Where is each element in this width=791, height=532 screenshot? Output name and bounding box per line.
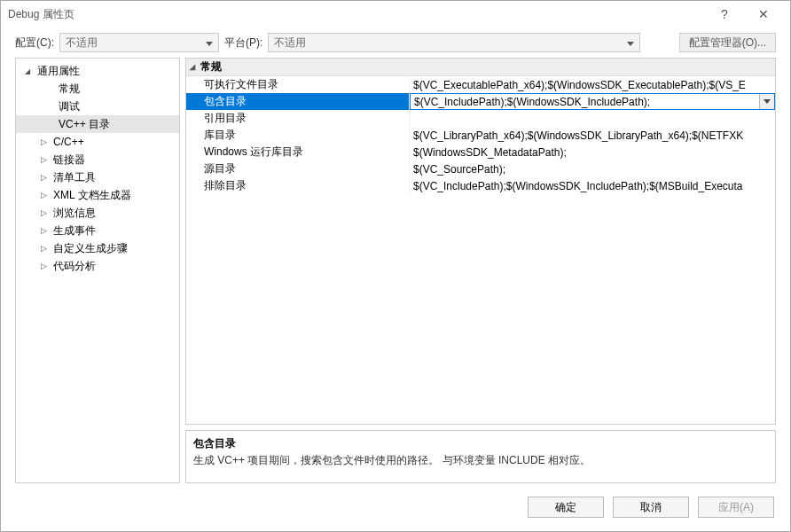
tree-item-label: XML 文档生成器	[53, 188, 131, 203]
tree-item-label: VC++ 目录	[59, 117, 110, 132]
tree-item-label: 常规	[59, 82, 80, 97]
nav-tree[interactable]: 通用属性 常规调试VC++ 目录C/C++链接器清单工具XML 文档生成器浏览信…	[15, 58, 180, 483]
ok-button[interactable]: 确定	[528, 497, 604, 518]
description-text: 生成 VC++ 项目期间，搜索包含文件时使用的路径。 与环境变量 INCLUDE…	[193, 453, 768, 468]
property-value-cell[interactable]: $(VC_LibraryPath_x64);$(WindowsSDK_Libra…	[410, 127, 775, 144]
property-label: 引用目录	[186, 110, 410, 127]
tree-item[interactable]: 浏览信息	[16, 204, 179, 222]
tree-item-label: 浏览信息	[53, 206, 96, 221]
description-title: 包含目录	[193, 436, 768, 451]
group-header-label: 常规	[200, 59, 222, 74]
tree-item-label: 生成事件	[53, 223, 96, 239]
tree-item[interactable]: 自定义生成步骤	[16, 239, 179, 257]
property-value-cell[interactable]: $(WindowsSDK_MetadataPath);	[410, 144, 775, 160]
property-value-text: $(WindowsSDK_MetadataPath);	[413, 146, 567, 159]
property-row[interactable]: 源目录$(VC_SourcePath);	[186, 160, 775, 177]
property-value[interactable]: $(VC_ExecutablePath_x64);$(WindowsSDK_Ex…	[410, 76, 775, 93]
tree-item-label: 链接器	[53, 153, 85, 168]
config-manager-button[interactable]: 配置管理器(O)...	[679, 33, 776, 52]
property-value[interactable]: $(VC_IncludePath);$(WindowsSDK_IncludePa…	[410, 93, 775, 110]
property-row[interactable]: 库目录$(VC_LibraryPath_x64);$(WindowsSDK_Li…	[186, 127, 775, 144]
property-row[interactable]: 包含目录$(VC_IncludePath);$(WindowsSDK_Inclu…	[186, 93, 775, 110]
config-label: 配置(C):	[15, 35, 54, 51]
group-header[interactable]: 常规	[186, 59, 775, 76]
tree-item[interactable]: VC++ 目录	[16, 115, 179, 133]
tree-item[interactable]: C/C++	[16, 133, 179, 151]
property-value[interactable]: $(VC_SourcePath);	[410, 160, 775, 177]
property-value-cell[interactable]	[410, 110, 775, 127]
tree-root[interactable]: 通用属性	[16, 62, 179, 80]
config-combo[interactable]: 不适用	[59, 33, 219, 52]
property-value-text: $(VC_IncludePath);$(WindowsSDK_IncludePa…	[414, 96, 650, 108]
property-row[interactable]: 排除目录$(VC_IncludePath);$(WindowsSDK_Inclu…	[186, 177, 775, 194]
property-value-text: $(VC_IncludePath);$(WindowsSDK_IncludePa…	[413, 180, 743, 192]
tree-item-label: 调试	[59, 99, 80, 114]
tree-item[interactable]: 链接器	[16, 151, 179, 168]
window-title: Debug 属性页	[8, 7, 705, 22]
grid-body: 可执行文件目录$(VC_ExecutablePath_x64);$(Window…	[186, 76, 775, 424]
tree-item-label: C/C++	[53, 136, 84, 148]
toolbar: 配置(C): 不适用 平台(P): 不适用 配置管理器(O)...	[1, 27, 790, 58]
property-value[interactable]	[410, 110, 775, 127]
tree-item-label: 代码分析	[53, 259, 96, 274]
property-grid: 常规 可执行文件目录$(VC_ExecutablePath_x64);$(Win…	[185, 58, 776, 425]
content-area: 通用属性 常规调试VC++ 目录C/C++链接器清单工具XML 文档生成器浏览信…	[1, 58, 790, 483]
tree-item[interactable]: 生成事件	[16, 222, 179, 239]
dropdown-button[interactable]	[759, 94, 774, 109]
titlebar: Debug 属性页 ? ✕	[1, 1, 790, 27]
platform-value: 不适用	[274, 35, 306, 51]
property-value-cell[interactable]: $(VC_IncludePath);$(WindowsSDK_IncludePa…	[410, 93, 775, 110]
property-label: 源目录	[186, 160, 410, 177]
tree-item[interactable]: XML 文档生成器	[16, 186, 179, 204]
tree-root-label: 通用属性	[37, 64, 80, 79]
close-button[interactable]: ✕	[744, 1, 783, 27]
cancel-button[interactable]: 取消	[613, 497, 689, 518]
property-value[interactable]: $(WindowsSDK_MetadataPath);	[410, 144, 775, 160]
property-value-cell[interactable]: $(VC_ExecutablePath_x64);$(WindowsSDK_Ex…	[410, 76, 775, 93]
property-label: 库目录	[186, 127, 410, 144]
property-value-text: $(VC_LibraryPath_x64);$(WindowsSDK_Libra…	[413, 129, 743, 142]
property-row[interactable]: Windows 运行库目录$(WindowsSDK_MetadataPath);	[186, 144, 775, 160]
property-value-text: $(VC_SourcePath);	[413, 163, 505, 176]
property-value[interactable]: $(VC_LibraryPath_x64);$(WindowsSDK_Libra…	[410, 127, 775, 144]
tree-item-label: 清单工具	[53, 170, 96, 185]
tree-item[interactable]: 代码分析	[16, 257, 179, 275]
property-value-text: $(VC_ExecutablePath_x64);$(WindowsSDK_Ex…	[413, 79, 746, 91]
property-row[interactable]: 引用目录	[186, 110, 775, 127]
property-label: 排除目录	[186, 177, 410, 194]
tree-item[interactable]: 调试	[16, 98, 179, 115]
tree-item-label: 自定义生成步骤	[53, 241, 128, 256]
property-row[interactable]: 可执行文件目录$(VC_ExecutablePath_x64);$(Window…	[186, 76, 775, 93]
description-panel: 包含目录 生成 VC++ 项目期间，搜索包含文件时使用的路径。 与环境变量 IN…	[185, 430, 776, 483]
property-value[interactable]: $(VC_IncludePath);$(WindowsSDK_IncludePa…	[410, 177, 775, 194]
property-value-cell[interactable]: $(VC_IncludePath);$(WindowsSDK_IncludePa…	[410, 177, 775, 194]
property-label: Windows 运行库目录	[186, 144, 410, 160]
main-panel: 常规 可执行文件目录$(VC_ExecutablePath_x64);$(Win…	[185, 58, 776, 483]
tree-item[interactable]: 清单工具	[16, 168, 179, 186]
property-label: 可执行文件目录	[186, 76, 410, 93]
help-button[interactable]: ?	[705, 1, 744, 27]
property-value-cell[interactable]: $(VC_SourcePath);	[410, 160, 775, 177]
tree-item[interactable]: 常规	[16, 80, 179, 98]
config-value: 不适用	[66, 35, 98, 51]
apply-button[interactable]: 应用(A)	[698, 497, 774, 518]
property-label: 包含目录	[186, 93, 410, 110]
platform-combo[interactable]: 不适用	[268, 33, 640, 52]
footer: 确定 取消 应用(A)	[1, 483, 790, 531]
property-page-window: Debug 属性页 ? ✕ 配置(C): 不适用 平台(P): 不适用 配置管理…	[0, 0, 791, 532]
platform-label: 平台(P):	[224, 35, 262, 51]
